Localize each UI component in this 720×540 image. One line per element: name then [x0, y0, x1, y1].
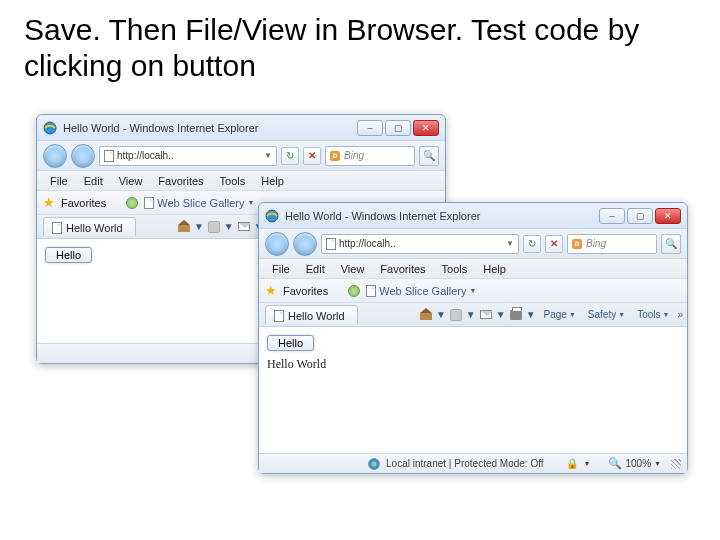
back-button[interactable]	[43, 144, 67, 168]
search-button[interactable]: 🔍	[661, 234, 681, 254]
menu-view[interactable]: View	[334, 262, 372, 276]
toolbar-safety[interactable]: Safety▼	[584, 308, 629, 321]
magnifier-icon: 🔍	[608, 457, 622, 470]
window-title: Hello World - Windows Internet Explorer	[285, 210, 593, 222]
favorites-bar: ★ Favorites Web Slice Gallery ▼	[259, 279, 687, 303]
menu-favorites[interactable]: Favorites	[373, 262, 432, 276]
feeds-icon[interactable]	[208, 221, 220, 233]
forward-button[interactable]	[71, 144, 95, 168]
menu-view[interactable]: View	[112, 174, 150, 188]
menu-edit[interactable]: Edit	[299, 262, 332, 276]
zoom-control[interactable]: 🔍100% ▼	[608, 457, 661, 470]
feeds-icon[interactable]	[450, 309, 462, 321]
stop-button[interactable]: ✕	[303, 147, 321, 165]
page-icon	[144, 197, 154, 209]
chevron-down-icon[interactable]: ▼	[506, 239, 514, 248]
favorites-label: Favorites	[283, 285, 328, 297]
bing-icon: b	[572, 239, 582, 249]
favorites-label: Favorites	[61, 197, 106, 209]
resize-grip[interactable]	[671, 459, 681, 469]
search-placeholder: Bing	[344, 150, 364, 161]
page-icon	[274, 310, 284, 322]
page-icon	[52, 222, 62, 234]
back-button[interactable]	[265, 232, 289, 256]
menu-tools[interactable]: Tools	[213, 174, 253, 188]
hello-button[interactable]: Hello	[267, 335, 314, 351]
page-icon	[326, 238, 336, 250]
menu-file[interactable]: File	[265, 262, 297, 276]
toolbar-tools[interactable]: Tools▼	[633, 308, 673, 321]
refresh-button[interactable]: ↻	[523, 235, 541, 253]
page-icon	[366, 285, 376, 297]
tab-label: Hello World	[66, 222, 123, 234]
menu-tools[interactable]: Tools	[435, 262, 475, 276]
maximize-button[interactable]: ▢	[627, 208, 653, 224]
maximize-button[interactable]: ▢	[385, 120, 411, 136]
print-icon[interactable]	[510, 310, 522, 320]
page-content: Hello Hello World	[259, 327, 687, 453]
slide-title: Save. Then File/View in Browser. Test co…	[0, 0, 720, 92]
menu-help[interactable]: Help	[254, 174, 291, 188]
bing-icon: b	[330, 151, 340, 161]
address-bar[interactable]: http://localh.. ▼	[321, 234, 519, 254]
address-text: http://localh..	[117, 150, 174, 161]
address-bar[interactable]: http://localh.. ▼	[99, 146, 277, 166]
webslice-link[interactable]: Web Slice Gallery ▼	[366, 285, 476, 297]
toolbar-page[interactable]: Page▼	[540, 308, 580, 321]
search-placeholder: Bing	[586, 238, 606, 249]
refresh-button[interactable]: ↻	[281, 147, 299, 165]
hello-output: Hello World	[267, 357, 679, 372]
tab-label: Hello World	[288, 310, 345, 322]
tab-row: Hello World ▼ ▼ ▼ ▼ Page▼ Safety▼ Tools▼…	[259, 303, 687, 327]
menu-file[interactable]: File	[43, 174, 75, 188]
tab-hello-world[interactable]: Hello World	[265, 305, 358, 324]
toolbar-more[interactable]: »	[677, 309, 683, 320]
menu-bar: File Edit View Favorites Tools Help	[37, 171, 445, 191]
search-box[interactable]: b Bing	[325, 146, 415, 166]
hello-button[interactable]: Hello	[45, 247, 92, 263]
nav-toolbar: http://localh.. ▼ ↻ ✕ b Bing 🔍	[259, 229, 687, 259]
mail-icon[interactable]	[480, 310, 492, 319]
minimize-button[interactable]: –	[357, 120, 383, 136]
lock-icon[interactable]: 🔒	[566, 458, 578, 469]
menu-edit[interactable]: Edit	[77, 174, 110, 188]
star-icon[interactable]: ★	[43, 195, 55, 210]
menu-bar: File Edit View Favorites Tools Help	[259, 259, 687, 279]
home-icon[interactable]	[178, 222, 190, 232]
menu-help[interactable]: Help	[476, 262, 513, 276]
stop-button[interactable]: ✕	[545, 235, 563, 253]
minimize-button[interactable]: –	[599, 208, 625, 224]
globe-icon	[368, 458, 380, 470]
search-button[interactable]: 🔍	[419, 146, 439, 166]
menu-favorites[interactable]: Favorites	[151, 174, 210, 188]
window-title: Hello World - Windows Internet Explorer	[63, 122, 351, 134]
status-bar: Local intranet | Protected Mode: Off 🔒▼ …	[259, 453, 687, 473]
mail-icon[interactable]	[238, 222, 250, 231]
zone-text: Local intranet | Protected Mode: Off	[386, 458, 544, 469]
ie-icon	[43, 121, 57, 135]
chevron-down-icon[interactable]: ▼	[264, 151, 272, 160]
webslice-link[interactable]: Web Slice Gallery ▼	[144, 197, 254, 209]
tab-hello-world[interactable]: Hello World	[43, 217, 136, 236]
star-icon[interactable]: ★	[265, 283, 277, 298]
home-icon[interactable]	[420, 310, 432, 320]
search-box[interactable]: b Bing	[567, 234, 657, 254]
suggested-sites-icon[interactable]	[126, 197, 138, 209]
ie-window-after: Hello World - Windows Internet Explorer …	[258, 202, 688, 474]
page-icon	[104, 150, 114, 162]
suggested-sites-icon[interactable]	[348, 285, 360, 297]
address-text: http://localh..	[339, 238, 396, 249]
close-button[interactable]: ✕	[413, 120, 439, 136]
nav-toolbar: http://localh.. ▼ ↻ ✕ b Bing 🔍	[37, 141, 445, 171]
close-button[interactable]: ✕	[655, 208, 681, 224]
titlebar[interactable]: Hello World - Windows Internet Explorer …	[259, 203, 687, 229]
titlebar[interactable]: Hello World - Windows Internet Explorer …	[37, 115, 445, 141]
forward-button[interactable]	[293, 232, 317, 256]
ie-icon	[265, 209, 279, 223]
